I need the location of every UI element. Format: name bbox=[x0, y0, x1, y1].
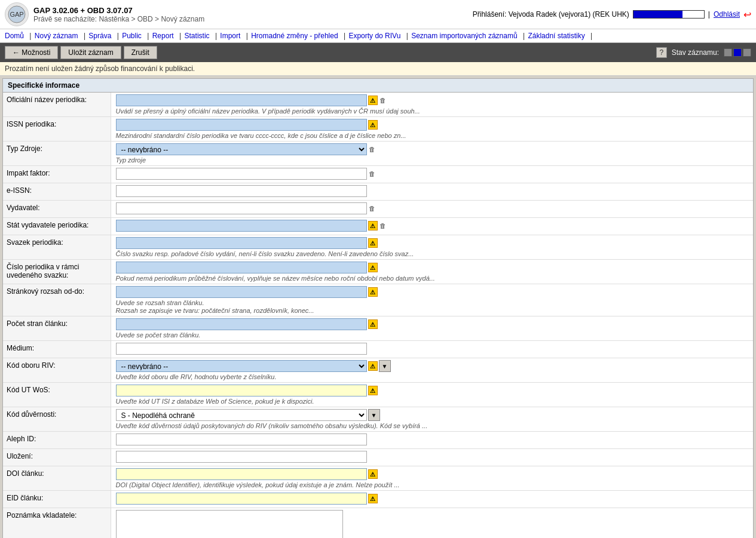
nav-statistic[interactable]: Statistic bbox=[185, 32, 210, 40]
dropdown-btn[interactable]: ▼ bbox=[368, 409, 380, 421]
ulozeni-input[interactable] bbox=[116, 451, 367, 463]
medium-input[interactable] bbox=[116, 343, 367, 355]
svg-text:GAP: GAP bbox=[10, 11, 23, 18]
field-container bbox=[116, 434, 750, 445]
eissn-input[interactable] bbox=[116, 185, 367, 197]
kod-oboru-riv-select[interactable]: -- nevybráno -- bbox=[116, 360, 367, 372]
header: GAP GAP 3.02.06 + OBD 3.07.07 Právě se n… bbox=[0, 0, 756, 29]
stav-icon-1[interactable] bbox=[724, 48, 732, 57]
poznamka-textarea[interactable] bbox=[116, 510, 343, 538]
dropdown-btn[interactable]: ▼ bbox=[379, 360, 391, 372]
eid-input[interactable] bbox=[116, 493, 367, 505]
warning-icon[interactable]: ⚠ bbox=[368, 386, 378, 395]
table-row: Médium: bbox=[3, 341, 753, 358]
stav-icon-2[interactable] bbox=[733, 48, 742, 57]
separator: | bbox=[708, 10, 710, 19]
hint-text: Uvede se počet stran článku. bbox=[116, 331, 750, 339]
field-container: ⚠ bbox=[116, 237, 750, 249]
nav-public[interactable]: Public bbox=[122, 32, 142, 40]
field-content: ⚠ bbox=[111, 491, 753, 508]
delete-icon[interactable]: 🗑 bbox=[379, 96, 387, 104]
pocet-stran-input[interactable] bbox=[116, 318, 367, 330]
nav-hromadne-zmeny[interactable]: Hromadné změny - přehled bbox=[251, 32, 338, 40]
field-container: ⚠ bbox=[116, 493, 750, 505]
oficialny-nazev-input[interactable] bbox=[116, 94, 367, 106]
table-row: ISSN periodika: ⚠ Mezinárodní standardní… bbox=[3, 117, 753, 142]
warning-icon[interactable]: ⚠ bbox=[368, 238, 378, 248]
strankovy-rozsah-input[interactable] bbox=[116, 286, 367, 298]
nav-novy-zaznam[interactable]: Nový záznam bbox=[35, 32, 78, 40]
cislo-periodika-input[interactable] bbox=[116, 262, 367, 273]
moznosti-button[interactable]: ← Možnosti bbox=[5, 46, 58, 59]
issn-input[interactable] bbox=[116, 119, 367, 131]
warning-icon[interactable]: ⚠ bbox=[368, 494, 378, 503]
table-row: Vydavatel: 🗑 bbox=[3, 201, 753, 218]
logout-link[interactable]: Odhlásit bbox=[714, 10, 740, 19]
table-row: Typ Zdroje: -- nevybráno -- 🗑 Typ zdroje bbox=[3, 142, 753, 166]
table-row: Počet stran článku: ⚠ Uvede se počet str… bbox=[3, 316, 753, 341]
delete-icon[interactable]: 🗑 bbox=[368, 170, 377, 178]
field-content bbox=[111, 508, 753, 539]
field-content: 🗑 bbox=[111, 201, 753, 218]
warning-icon[interactable]: ⚠ bbox=[368, 263, 378, 272]
nav-seznam-importovanych[interactable]: Seznam importovaných záznamů bbox=[411, 32, 517, 40]
warning-icon[interactable]: ⚠ bbox=[368, 96, 378, 105]
table-row: e-ISSN: bbox=[3, 183, 753, 201]
delete-icon[interactable]: 🗑 bbox=[379, 222, 387, 230]
vydavatel-input[interactable] bbox=[116, 202, 367, 214]
ulozit-button[interactable]: Uložit záznam bbox=[60, 46, 121, 59]
svazek-input[interactable] bbox=[116, 237, 367, 249]
nav-sprava[interactable]: Správa bbox=[88, 32, 111, 40]
doi-input[interactable] bbox=[116, 468, 367, 480]
app-logo: GAP bbox=[5, 2, 29, 26]
warning-icon[interactable]: ⚠ bbox=[368, 287, 378, 297]
notice-text: Prozatím není uložen žádný způsob financ… bbox=[5, 64, 195, 73]
table-row: EID článku: ⚠ bbox=[3, 491, 753, 508]
hint-text: Uveďte kód důvěrnosti údajů poskytovanýc… bbox=[116, 422, 750, 429]
field-content: ⚠ DOI (Digital Object Identifier), ident… bbox=[111, 466, 753, 491]
kod-duvernosti-select[interactable]: S - Nepodléhá ochraně bbox=[116, 409, 367, 421]
progress-bar-container bbox=[633, 10, 705, 19]
field-container: -- nevybráno -- 🗑 bbox=[116, 143, 750, 155]
field-container bbox=[116, 185, 750, 197]
stat-vydavatele-input[interactable] bbox=[116, 220, 367, 232]
delete-icon[interactable]: 🗑 bbox=[368, 204, 377, 213]
field-label: ISSN periodika: bbox=[3, 117, 111, 142]
aleph-id-input[interactable] bbox=[116, 434, 367, 445]
field-label: Stát vydavatele periodika: bbox=[3, 218, 111, 235]
field-content bbox=[111, 183, 753, 201]
zrusit-button[interactable]: Zrušit bbox=[124, 46, 157, 59]
field-container: ⚠ bbox=[116, 318, 750, 330]
nav-zakladni-statistiky[interactable]: Základní statistiky bbox=[528, 32, 584, 40]
section-title: Specifické informace bbox=[8, 81, 79, 90]
field-content: ⚠ 🗑 Uvádí se přesný a úplný oficiální ná… bbox=[111, 93, 753, 117]
warning-icon[interactable]: ⚠ bbox=[368, 469, 378, 479]
nav-exporty-rivu[interactable]: Exporty do RIVu bbox=[348, 32, 400, 40]
nav-import[interactable]: Import bbox=[220, 32, 240, 40]
field-label: DOI článku: bbox=[3, 466, 111, 491]
hint-text: Pokud nemá periodikum průběžné číslování… bbox=[116, 275, 750, 282]
nav-report[interactable]: Report bbox=[152, 32, 174, 40]
warning-icon[interactable]: ⚠ bbox=[368, 361, 378, 371]
nav-domu[interactable]: Domů bbox=[5, 32, 24, 40]
hint-text: Typ zdroje bbox=[116, 156, 750, 164]
hint-text: Uvádí se přesný a úplný oficiální název … bbox=[116, 107, 750, 115]
field-container: 🗑 bbox=[116, 202, 750, 214]
warning-icon[interactable]: ⚠ bbox=[368, 120, 378, 130]
warning-icon[interactable]: ⚠ bbox=[368, 319, 378, 329]
typ-zdroje-select[interactable]: -- nevybráno -- bbox=[116, 143, 367, 155]
table-row: Svazek periodika: ⚠ Číslo svazku resp. p… bbox=[3, 235, 753, 260]
kod-ut-wos-input[interactable] bbox=[116, 385, 367, 396]
delete-icon[interactable]: 🗑 bbox=[368, 145, 377, 153]
field-label: Svazek periodika: bbox=[3, 235, 111, 260]
field-label: Poznámka vkladatele: bbox=[3, 508, 111, 539]
breadcrumb: Právě se nacházíte: Nástěnka > OBD > Nov… bbox=[33, 15, 204, 23]
hint-text: Uveďte kód oboru dle RIV, hodnotu vybert… bbox=[116, 373, 750, 380]
stav-icon-3[interactable] bbox=[743, 48, 751, 57]
table-row: Aleph ID: bbox=[3, 432, 753, 449]
table-row: Stránkový rozsah od-do: ⚠ Uvede se rozsa… bbox=[3, 284, 753, 316]
warning-icon[interactable]: ⚠ bbox=[368, 221, 378, 230]
impakt-faktor-input[interactable] bbox=[116, 168, 367, 180]
field-label: Médium: bbox=[3, 341, 111, 358]
field-container: ⚠ bbox=[116, 119, 750, 131]
